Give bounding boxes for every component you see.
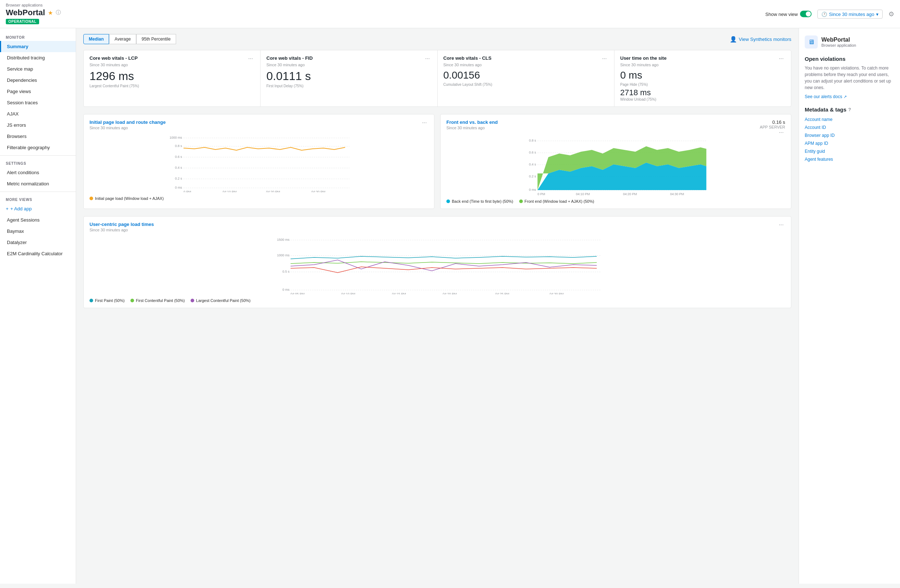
operational-badge: OPERATIONAL	[6, 19, 39, 24]
svg-text:0 ms: 0 ms	[282, 288, 290, 291]
chart-initial-load-since: Since 30 minutes ago	[90, 125, 166, 130]
vital-user-time-since: Since 30 minutes ago	[620, 63, 785, 67]
chart-frontend-backend-svg: 0.8 s 0.6 s 0.4 s 0.2 s 0 ms	[446, 137, 785, 195]
settings-icon[interactable]: ⚙	[888, 10, 894, 18]
legend-dot-first-contentful-paint	[130, 299, 134, 302]
vital-cls-label: Cumulative Layout Shift (75%)	[444, 82, 608, 87]
sidebar-item-distributed-tracing[interactable]: Distributed tracing	[0, 52, 76, 63]
chart-user-centric-svg: 1500 ms 1000 ms 0.5 s 0 ms	[90, 237, 785, 294]
right-panel-app-name: WebPortal	[821, 37, 856, 43]
chart-frontend-backend-more-button[interactable]: ···	[777, 129, 785, 136]
metadata-account-name[interactable]: Account name	[805, 116, 894, 124]
legend-item-first-contentful-paint: First Contentful Paint (50%)	[130, 298, 185, 303]
sidebar-item-session-traces[interactable]: Session traces	[0, 97, 76, 108]
sidebar-item-baymax[interactable]: Baymax	[0, 226, 76, 237]
vital-lcp-more-button[interactable]: ···	[247, 56, 254, 62]
svg-text:04:30 PM: 04:30 PM	[312, 190, 326, 192]
new-view-toggle[interactable]	[800, 11, 812, 17]
right-panel-app-type: Browser application	[821, 43, 856, 48]
tab-median[interactable]: Median	[83, 34, 109, 44]
chart-frontend-backend-title[interactable]: Front end vs. back end	[446, 119, 498, 125]
vital-user-time-label2: Window Unload (75%)	[620, 97, 785, 101]
svg-text:04:20 PM: 04:20 PM	[266, 190, 281, 192]
monitor-section-label: MONITOR	[0, 32, 76, 41]
svg-text:0.6 s: 0.6 s	[175, 155, 182, 159]
time-filter[interactable]: 🕐 Since 30 minutes ago ▾	[818, 9, 883, 19]
sidebar-item-datalyzer[interactable]: Datalyzer	[0, 237, 76, 248]
right-panel-app-details: WebPortal Browser application	[821, 37, 856, 48]
app-title-row: WebPortal ★ ⓘ	[6, 8, 894, 17]
sidebar-item-filterable-geography[interactable]: Filterable geography	[0, 142, 76, 153]
vital-user-time-value1: 0 ms	[620, 70, 785, 81]
sidebar-item-e2m-cardinality[interactable]: E2M Cardinality Calculator	[0, 248, 76, 259]
info-icon[interactable]: ⓘ	[56, 9, 61, 16]
chart-initial-load-svg: 1000 ms 0.8 s 0.6 s 0.4 s 0.2 s 0 ms	[90, 134, 428, 192]
chart-initial-load-title[interactable]: Initial page load and route change	[90, 119, 166, 125]
legend-dot-largest-contentful-paint	[191, 299, 194, 302]
see-alerts-link[interactable]: See our alerts docs	[805, 94, 842, 99]
vital-fid-title: Core web vitals - FID	[266, 56, 313, 61]
legend-item-largest-contentful-paint: Largest Contentful Paint (50%)	[191, 298, 250, 303]
svg-text:1000 ms: 1000 ms	[169, 136, 182, 139]
tab-p95[interactable]: 95th Percentile	[136, 34, 176, 44]
browser-icon: 🖥	[808, 39, 815, 46]
synthetics-link-label: View Synthetics monitors	[739, 37, 791, 42]
sidebar-item-metric-normalization[interactable]: Metric normalization	[0, 178, 76, 189]
sidebar-item-browsers[interactable]: Browsers	[0, 131, 76, 142]
star-icon[interactable]: ★	[48, 9, 53, 16]
vital-cls-title: Core web vitals - CLS	[444, 56, 492, 61]
metadata-apm-app-id[interactable]: APM app ID	[805, 139, 894, 147]
metadata-browser-app-id[interactable]: Browser app ID	[805, 132, 894, 139]
vital-cls-more-button[interactable]: ···	[601, 56, 608, 62]
sidebar-item-summary[interactable]: Summary	[0, 41, 76, 52]
vital-cls-since: Since 30 minutes ago	[444, 63, 608, 67]
chart-initial-load-more-button[interactable]: ···	[421, 119, 428, 126]
sidebar-item-agent-sessions[interactable]: Agent Sessions	[0, 214, 76, 226]
metadata-account-id[interactable]: Account ID	[805, 124, 894, 132]
sidebar-item-page-views[interactable]: Page views	[0, 86, 76, 97]
vital-fid-more-button[interactable]: ···	[424, 56, 431, 62]
chart-user-centric-more-button[interactable]: ···	[777, 221, 785, 228]
sidebar-item-js-errors[interactable]: JS errors	[0, 119, 76, 131]
right-panel: 🖥 WebPortal Browser application Open vio…	[799, 28, 900, 584]
vital-user-time-value2: 2718 ms	[620, 88, 785, 97]
add-app-button[interactable]: + + Add app	[0, 203, 76, 214]
sidebar-item-dependencies[interactable]: Dependencies	[0, 74, 76, 86]
tabs-bar: Median Average 95th Percentile 👤 View Sy…	[83, 34, 791, 44]
tab-average[interactable]: Average	[109, 34, 136, 44]
metadata-entity-guid[interactable]: Entity guid	[805, 147, 894, 155]
svg-text:0 PM: 0 PM	[538, 192, 545, 195]
synthetics-link[interactable]: 👤 View Synthetics monitors	[730, 36, 791, 43]
breadcrumb: Browser applications	[6, 3, 894, 7]
chart-initial-load-svg-container: 1000 ms 0.8 s 0.6 s 0.4 s 0.2 s 0 ms	[90, 134, 428, 193]
main-layout: MONITOR Summary Distributed tracing Serv…	[0, 28, 900, 584]
svg-text:0.4 s: 0.4 s	[529, 162, 536, 166]
metadata-agent-features[interactable]: Agent features	[805, 155, 894, 163]
app-header: Browser applications WebPortal ★ ⓘ OPERA…	[0, 0, 900, 28]
legend-dot-first-paint	[90, 299, 93, 302]
vital-user-time-more-button[interactable]: ···	[777, 56, 785, 62]
vital-lcp-label: Largest Contentful Paint (75%)	[90, 84, 254, 88]
svg-text:0 ms: 0 ms	[529, 188, 536, 192]
right-panel-app-info: 🖥 WebPortal Browser application	[805, 36, 894, 48]
vital-card-cls: Core web vitals - CLS ··· Since 30 minut…	[438, 50, 614, 107]
svg-text:0 ms: 0 ms	[175, 186, 182, 189]
chart-user-centric: User-centric page load times Since 30 mi…	[83, 216, 791, 308]
svg-text:04:05 PM: 04:05 PM	[290, 292, 305, 294]
sidebar-item-service-map[interactable]: Service map	[0, 63, 76, 74]
legend-dot-initial-load	[90, 197, 93, 200]
show-new-view-label: Show new view	[765, 11, 798, 17]
chart-initial-load: Initial page load and route change Since…	[83, 114, 434, 209]
chart-user-centric-svg-container: 1500 ms 1000 ms 0.5 s 0 ms	[90, 237, 785, 296]
sidebar-item-alert-conditions[interactable]: Alert conditions	[0, 167, 76, 178]
sidebar-item-ajax[interactable]: AJAX	[0, 108, 76, 119]
user-icon: 👤	[730, 36, 737, 43]
charts-row-1: Initial page load and route change Since…	[83, 114, 791, 209]
settings-section-label: SETTINGS	[0, 158, 76, 167]
chart-user-centric-title[interactable]: User-centric page load times	[90, 221, 154, 227]
time-filter-label: Since 30 minutes ago	[829, 11, 874, 17]
chart-frontend-backend-value: 0.16 s	[760, 119, 785, 125]
svg-text:1000 ms: 1000 ms	[277, 254, 290, 257]
sidebar-divider-2	[0, 192, 76, 192]
external-link-icon: ↗	[844, 94, 847, 99]
